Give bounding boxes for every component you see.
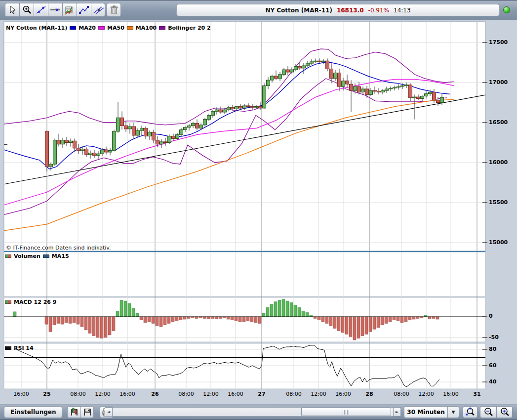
chevron-down-icon: ▼	[447, 406, 459, 418]
price-axis-label: 15000	[489, 239, 508, 246]
time-axis-label: 12:00	[311, 391, 326, 397]
pointer-tool-button[interactable]	[5, 3, 19, 17]
chart-analysis-icon	[64, 4, 75, 15]
ma15-swatch-icon	[43, 254, 49, 258]
scroll-left-button[interactable]: ◄	[105, 407, 113, 417]
time-axis-label: 08:00	[70, 391, 86, 397]
zigzag-icon	[79, 5, 89, 15]
rsi-swatch-icon	[5, 346, 11, 350]
time-axis-label: 08:00	[286, 391, 302, 397]
zoom-fit-button[interactable]	[463, 406, 477, 418]
trendline-tool-button[interactable]	[34, 3, 48, 17]
zoom-tool-button[interactable]	[19, 3, 34, 17]
price-axis-label: 15500	[489, 199, 508, 206]
parallel-lines-icon	[93, 5, 104, 15]
main-chart-legend: NY Cotton (MAR-11) MA20MA50MA100Bollinge…	[6, 25, 211, 31]
copyright-note: © IT-Finance.com Daten sind indikativ.	[6, 245, 111, 251]
horizontal-line-tool-button[interactable]	[48, 3, 62, 17]
price-axis-label: 17000	[489, 79, 508, 85]
analysis-tool-button[interactable]	[62, 3, 77, 17]
time-axis-label: 27	[258, 391, 265, 397]
macd-legend: MACD 12 26 9	[5, 299, 56, 305]
connection-status-icon	[503, 6, 510, 13]
rsi-label: RSI 14	[14, 345, 34, 351]
save-chart-button[interactable]	[67, 406, 80, 418]
chart-canvas[interactable]	[0, 20, 517, 404]
macd-swatch-icon	[5, 300, 11, 304]
legend-item-label: MA20	[79, 25, 96, 31]
macd-axis-label: -50	[489, 334, 499, 340]
zoom-in-icon	[499, 407, 510, 418]
instrument-name: NY Cotton (MAR-11)	[265, 7, 332, 14]
zoom-fit-icon	[465, 407, 476, 418]
time-axis-label: 16:00	[335, 391, 351, 397]
time-axis-label: 16:00	[119, 391, 135, 397]
time-axis-label: 08:00	[178, 391, 194, 397]
trendline-icon	[36, 5, 46, 15]
settings-button-label: Einstellungen	[10, 409, 56, 416]
ma15-label: MA15	[52, 253, 69, 259]
delete-tool-button[interactable]	[107, 3, 121, 17]
zoom-in-button[interactable]	[496, 406, 513, 418]
time-axis-label: 26	[151, 391, 159, 397]
zoom-buttons-group	[480, 406, 513, 418]
time-axis-label: 12:00	[203, 391, 219, 397]
volume-swatch-icon	[5, 254, 11, 258]
price-axis-label: 17500	[489, 39, 508, 45]
rsi-legend: RSI 14	[5, 345, 34, 351]
zoom-out-icon	[483, 407, 494, 418]
time-axis-label: 16:00	[228, 391, 243, 397]
volume-label: Volumen	[14, 253, 40, 259]
save-group	[67, 406, 94, 418]
macd-axis-label: 0	[489, 313, 493, 319]
zigzag-tool-button[interactable]	[77, 3, 91, 17]
legend-item-label: MA100	[136, 25, 157, 31]
change-percent: -0.91%	[368, 7, 389, 14]
save-icon	[83, 408, 92, 417]
macd-label: MACD 12 26 9	[14, 299, 56, 305]
pointer-icon	[8, 5, 16, 14]
drawing-tools-group	[5, 3, 105, 17]
save-button[interactable]	[80, 406, 94, 418]
top-toolbar: NY Cotton (MAR-11) 16813.0 -0.91% 14:13	[0, 0, 517, 19]
scrollbar-track[interactable]	[113, 407, 393, 417]
legend-item-label: Bollinger 20 2	[168, 25, 210, 31]
ma50-swatch-icon	[98, 26, 105, 30]
volume-legend: Volumen MA15	[5, 253, 69, 259]
time-axis-label: 12:00	[95, 391, 111, 397]
rsi-axis-label: 80	[489, 346, 496, 352]
trading-app-window: NY Cotton (MAR-11) 16813.0 -0.91% 14:13 …	[0, 0, 517, 420]
magnifier-plus-icon	[22, 5, 32, 15]
rsi-axis-label: 60	[489, 362, 496, 369]
rsi-axis-label: 40	[489, 378, 496, 385]
legend-instrument-label: NY Cotton (MAR-11)	[6, 25, 67, 31]
last-price: 16813.0	[337, 7, 364, 14]
time-axis-label: 08:00	[394, 391, 409, 397]
parallel-lines-tool-button[interactable]	[91, 3, 105, 17]
ma20-swatch-icon	[70, 26, 76, 30]
chart-area[interactable]: NY Cotton (MAR-11) MA20MA50MA100Bollinge…	[0, 20, 517, 404]
time-scrollbar: ◄ ►	[105, 407, 401, 417]
time-axis-label: 25	[43, 391, 50, 397]
save-chart-icon	[70, 408, 79, 417]
scrollbar-thumb[interactable]	[301, 408, 391, 416]
timeframe-value: 30 Minuten	[404, 406, 447, 418]
trash-icon	[110, 5, 119, 15]
settings-button[interactable]: Einstellungen	[4, 406, 62, 418]
zoom-out-button[interactable]	[480, 406, 496, 418]
horizontal-line-icon	[50, 5, 61, 15]
timeframe-dropdown[interactable]: 30 Minuten ▼	[404, 406, 459, 418]
instrument-title-bar[interactable]: NY Cotton (MAR-11) 16813.0 -0.91% 14:13	[176, 4, 500, 16]
time-axis-label: 16:00	[13, 391, 29, 397]
price-axis-label: 16500	[489, 119, 508, 126]
quote-time: 14:13	[394, 7, 411, 14]
scrollbar-grip-icon	[343, 410, 350, 415]
bollinger-20-2-swatch-icon	[159, 26, 165, 30]
price-axis-label: 16000	[489, 159, 508, 166]
time-axis-label: 12:00	[418, 391, 434, 397]
scroll-right-button[interactable]: ►	[393, 407, 401, 417]
time-axis-label: 31	[473, 391, 480, 397]
ma100-swatch-icon	[127, 26, 133, 30]
legend-item-label: MA50	[107, 25, 124, 31]
time-axis-label: 16:00	[443, 391, 459, 397]
